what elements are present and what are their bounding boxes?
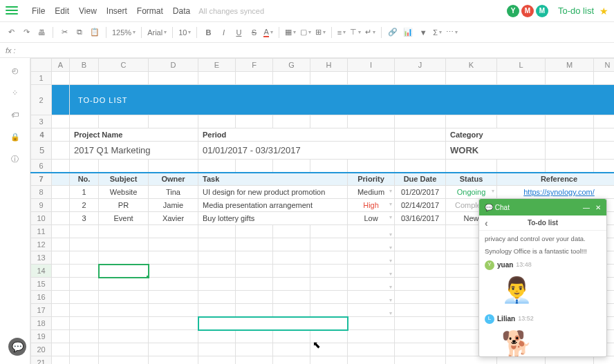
cell[interactable]: [310, 304, 348, 317]
cell[interactable]: [149, 278, 198, 291]
cell[interactable]: [198, 356, 236, 365]
cell[interactable]: [236, 330, 273, 343]
cell[interactable]: [70, 160, 99, 173]
tag-icon[interactable]: 🏷: [10, 109, 21, 120]
cell[interactable]: [236, 225, 273, 238]
cell[interactable]: [149, 238, 198, 251]
cell[interactable]: [273, 115, 310, 128]
minimize-icon[interactable]: —: [583, 204, 590, 211]
cell[interactable]: Buy lottery gifts: [198, 212, 348, 225]
cell[interactable]: [52, 238, 70, 251]
column-header[interactable]: G: [273, 59, 310, 72]
cell[interactable]: [310, 72, 348, 85]
cell[interactable]: UI design for new product promotion: [198, 186, 348, 199]
cell[interactable]: [236, 115, 273, 128]
row-header[interactable]: 7: [31, 173, 52, 186]
cell[interactable]: [395, 343, 446, 356]
row-header[interactable]: 17: [31, 304, 52, 317]
cell[interactable]: [149, 265, 198, 278]
cell[interactable]: [395, 304, 446, 317]
row-header[interactable]: 21: [31, 356, 52, 365]
cell[interactable]: Task: [198, 173, 348, 186]
cell[interactable]: [395, 72, 446, 85]
cell[interactable]: [52, 317, 70, 330]
cell[interactable]: 2017 Q1 Marketing: [70, 142, 198, 160]
wrap-icon[interactable]: ↵▾: [365, 28, 375, 37]
cell[interactable]: 2: [70, 199, 99, 212]
cell[interactable]: [446, 72, 497, 85]
cell[interactable]: WORK: [446, 142, 546, 160]
cell[interactable]: [198, 265, 236, 278]
cell[interactable]: Subject: [99, 173, 149, 186]
cell[interactable]: [149, 225, 198, 238]
cell[interactable]: [273, 330, 310, 343]
chart-icon[interactable]: 📊: [402, 27, 413, 38]
row-header[interactable]: 14: [31, 265, 52, 278]
cell[interactable]: [52, 115, 70, 128]
column-header[interactable]: D: [149, 59, 198, 72]
cell[interactable]: [594, 72, 615, 85]
chat-panel[interactable]: 💬 Chat — ✕ ‹ To-do list privacy and cont…: [478, 198, 607, 357]
cell[interactable]: Category: [446, 128, 546, 142]
size-select[interactable]: 10▾: [178, 28, 191, 37]
cell[interactable]: [236, 265, 273, 278]
user-avatar[interactable]: M: [536, 5, 548, 17]
cell[interactable]: [149, 356, 198, 365]
cell[interactable]: [198, 160, 236, 173]
cell[interactable]: [70, 304, 99, 317]
star-icon[interactable]: ★: [599, 6, 608, 17]
cell[interactable]: [99, 265, 149, 278]
row-header[interactable]: 20: [31, 343, 52, 356]
cell[interactable]: [198, 304, 236, 317]
cell[interactable]: [236, 160, 273, 173]
cell[interactable]: [348, 317, 395, 330]
cell[interactable]: [395, 160, 446, 173]
row-header[interactable]: 9: [31, 199, 52, 212]
cell[interactable]: [70, 265, 99, 278]
cell[interactable]: [198, 291, 236, 304]
column-header[interactable]: J: [395, 59, 446, 72]
cell[interactable]: 01/20/2017: [395, 186, 446, 199]
cell[interactable]: 03/16/2017: [395, 212, 446, 225]
column-header[interactable]: L: [497, 59, 546, 72]
cell[interactable]: [348, 265, 395, 278]
row-header[interactable]: 13: [31, 251, 52, 265]
bold-icon[interactable]: B: [203, 27, 214, 38]
cell[interactable]: [310, 225, 348, 238]
cell[interactable]: [546, 128, 594, 142]
cell[interactable]: [70, 115, 99, 128]
underline-icon[interactable]: U: [233, 27, 244, 38]
cut-icon[interactable]: ✂: [59, 27, 70, 38]
cell[interactable]: [395, 142, 446, 160]
lock-icon[interactable]: 🔒: [10, 131, 21, 142]
cell[interactable]: Period: [198, 128, 395, 142]
cell[interactable]: [497, 356, 546, 365]
print-icon[interactable]: 🖶: [36, 27, 47, 38]
cell[interactable]: [149, 343, 198, 356]
cell[interactable]: [52, 199, 70, 212]
cell[interactable]: [497, 160, 546, 173]
cell[interactable]: [395, 291, 446, 304]
cell[interactable]: [52, 72, 70, 85]
cell[interactable]: [99, 343, 149, 356]
cell[interactable]: [236, 291, 273, 304]
cell[interactable]: Project Name: [70, 128, 198, 142]
cell[interactable]: [52, 186, 70, 199]
cell[interactable]: [99, 304, 149, 317]
cell[interactable]: [348, 160, 395, 173]
menu-edit[interactable]: Edit: [55, 6, 69, 16]
cell[interactable]: [52, 128, 70, 142]
cell[interactable]: [310, 238, 348, 251]
cell[interactable]: [52, 160, 70, 173]
cell[interactable]: Event: [99, 212, 149, 225]
cell[interactable]: [348, 304, 395, 317]
column-header[interactable]: K: [446, 59, 497, 72]
cell[interactable]: TO-DO LIST: [70, 85, 615, 115]
cell[interactable]: [70, 291, 99, 304]
cell[interactable]: PR: [99, 199, 149, 212]
cell[interactable]: 3: [70, 212, 99, 225]
text-color-icon[interactable]: A▾: [263, 28, 272, 37]
cell[interactable]: Low: [348, 212, 395, 225]
cell[interactable]: [273, 225, 310, 238]
cell[interactable]: [52, 291, 70, 304]
